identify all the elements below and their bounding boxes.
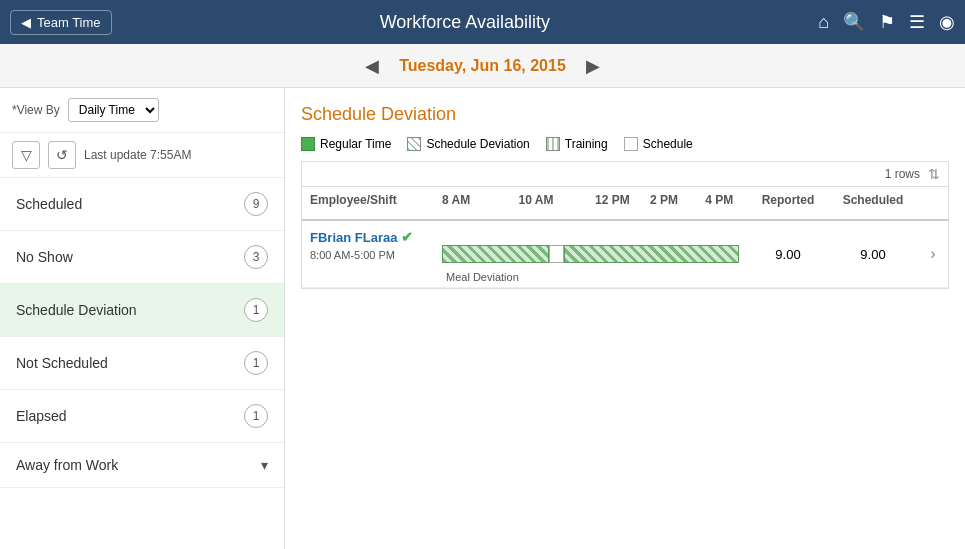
content-area: Schedule Deviation Regular Time Schedule…: [285, 88, 965, 549]
col-header-reported: Reported: [748, 193, 828, 213]
back-arrow-icon: ◀: [21, 15, 31, 30]
col-header-scheduled: Scheduled: [828, 193, 918, 213]
sidebar-label-away-from-work: Away from Work: [16, 457, 118, 473]
timeline-bar-2: [564, 245, 738, 263]
timeline-bar-1: [442, 245, 549, 263]
col-headers: Employee/Shift 8 AM 10 AM 12 PM 2 PM 4 P…: [302, 187, 948, 221]
employee-reported: 9.00: [748, 221, 828, 287]
sidebar-item-scheduled[interactable]: Scheduled 9: [0, 178, 284, 231]
legend-regular-time: Regular Time: [301, 137, 391, 151]
meal-break-gap: [549, 245, 564, 263]
sidebar-label-not-scheduled: Not Scheduled: [16, 355, 108, 371]
legend-label-regular: Regular Time: [320, 137, 391, 151]
prev-date-button[interactable]: ◀: [365, 55, 379, 77]
sidebar-badge-scheduled: 9: [244, 192, 268, 216]
table-header: 1 rows ⇅: [302, 162, 948, 187]
sidebar-item-elapsed[interactable]: Elapsed 1: [0, 390, 284, 443]
employee-table: 1 rows ⇅ Employee/Shift 8 AM 10 AM 12 PM…: [301, 161, 949, 289]
col-header-timeline: 8 AM 10 AM 12 PM 2 PM 4 PM: [442, 193, 748, 213]
datebar: ◀ Tuesday, Jun 16, 2015 ▶: [0, 44, 965, 88]
topbar-icons: ⌂ 🔍 ⚑ ☰ ◉: [818, 11, 955, 33]
circle-icon[interactable]: ◉: [939, 11, 955, 33]
app-title: Workforce Availability: [112, 12, 819, 33]
col-header-employee: Employee/Shift: [302, 193, 442, 213]
employee-name-text: FBrian FLaraa: [310, 230, 397, 245]
time-header-2pm: 2 PM: [650, 193, 678, 207]
employee-name: FBrian FLaraa ✔: [310, 229, 434, 245]
next-date-button[interactable]: ▶: [586, 55, 600, 77]
sidebar-label-scheduled: Scheduled: [16, 196, 82, 212]
legend-label-training: Training: [565, 137, 608, 151]
sidebar-badge-elapsed: 1: [244, 404, 268, 428]
time-header-12pm: 12 PM: [595, 193, 630, 207]
back-label: Team Time: [37, 15, 101, 30]
table-row: FBrian FLaraa ✔ 8:00 AM-5:00 PM: [302, 221, 948, 288]
check-icon: ✔: [401, 229, 413, 245]
main-layout: *View By Daily Time ▽ ↺ Last update 7:55…: [0, 88, 965, 549]
legend-schedule: Schedule: [624, 137, 693, 151]
sidebar-badge-not-scheduled: 1: [244, 351, 268, 375]
rows-count: 1 rows: [885, 167, 920, 181]
sidebar-label-elapsed: Elapsed: [16, 408, 67, 424]
timeline-bars: [442, 243, 748, 267]
search-icon[interactable]: 🔍: [843, 11, 865, 33]
sidebar-toolbar: ▽ ↺ Last update 7:55AM: [0, 133, 284, 178]
legend: Regular Time Schedule Deviation Training…: [301, 137, 949, 151]
employee-shift: 8:00 AM-5:00 PM: [310, 249, 434, 261]
sidebar-item-no-show[interactable]: No Show 3: [0, 231, 284, 284]
legend-box-regular: [301, 137, 315, 151]
home-icon[interactable]: ⌂: [818, 12, 829, 33]
employee-scheduled: 9.00: [828, 221, 918, 287]
topbar: ◀ Team Time Workforce Availability ⌂ 🔍 ⚑…: [0, 0, 965, 44]
legend-label-schedule: Schedule: [643, 137, 693, 151]
sidebar-item-not-scheduled[interactable]: Not Scheduled 1: [0, 337, 284, 390]
sidebar-label-schedule-deviation: Schedule Deviation: [16, 302, 137, 318]
chevron-down-icon: ▾: [261, 457, 268, 473]
legend-box-deviation: [407, 137, 421, 151]
sidebar-badge-no-show: 3: [244, 245, 268, 269]
sidebar-badge-schedule-deviation: 1: [244, 298, 268, 322]
filter-button[interactable]: ▽: [12, 141, 40, 169]
time-header-8am: 8 AM: [442, 193, 470, 207]
view-by-select[interactable]: Daily Time: [68, 98, 159, 122]
col-header-spacer: [918, 193, 948, 213]
meal-deviation-label: Meal Deviation: [446, 271, 748, 283]
refresh-button[interactable]: ↺: [48, 141, 76, 169]
menu-icon[interactable]: ☰: [909, 11, 925, 33]
sidebar-view-controls: *View By Daily Time: [0, 88, 284, 133]
sidebar-item-away-from-work[interactable]: Away from Work ▾: [0, 443, 284, 488]
employee-row-arrow[interactable]: ›: [918, 221, 948, 287]
back-button[interactable]: ◀ Team Time: [10, 10, 112, 35]
sidebar-item-schedule-deviation[interactable]: Schedule Deviation 1: [0, 284, 284, 337]
employee-name-col: FBrian FLaraa ✔ 8:00 AM-5:00 PM: [302, 221, 442, 287]
time-header-4pm: 4 PM: [705, 193, 733, 207]
legend-label-deviation: Schedule Deviation: [426, 137, 529, 151]
employee-timeline: Meal Deviation: [442, 221, 748, 287]
content-title: Schedule Deviation: [301, 104, 949, 125]
time-header-10am: 10 AM: [519, 193, 554, 207]
legend-training: Training: [546, 137, 608, 151]
legend-box-schedule: [624, 137, 638, 151]
view-by-label: *View By: [12, 103, 60, 117]
legend-schedule-deviation: Schedule Deviation: [407, 137, 529, 151]
sidebar-list: Scheduled 9 No Show 3 Schedule Deviation…: [0, 178, 284, 549]
flag-icon[interactable]: ⚑: [879, 11, 895, 33]
last-update-label: Last update 7:55AM: [84, 148, 191, 162]
sort-icon[interactable]: ⇅: [928, 166, 940, 182]
legend-box-training: [546, 137, 560, 151]
current-date: Tuesday, Jun 16, 2015: [399, 57, 566, 75]
sidebar: *View By Daily Time ▽ ↺ Last update 7:55…: [0, 88, 285, 549]
sidebar-label-no-show: No Show: [16, 249, 73, 265]
row-expand-icon[interactable]: ›: [930, 245, 935, 263]
